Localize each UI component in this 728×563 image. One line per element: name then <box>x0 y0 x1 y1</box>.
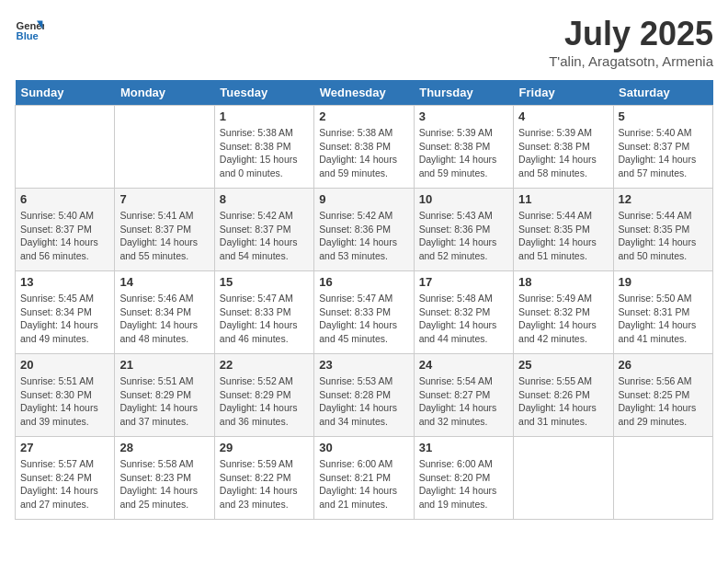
day-number: 17 <box>419 275 508 289</box>
day-info: Sunrise: 5:45 AMSunset: 8:34 PMDaylight:… <box>20 292 109 346</box>
day-number: 29 <box>220 441 309 454</box>
calendar-cell: 1Sunrise: 5:38 AMSunset: 8:38 PMDaylight… <box>214 106 313 189</box>
day-number: 28 <box>119 441 209 454</box>
calendar-cell: 28Sunrise: 5:58 AMSunset: 8:23 PMDayligh… <box>115 437 214 520</box>
day-info: Sunrise: 5:38 AMSunset: 8:38 PMDaylight:… <box>220 126 309 180</box>
day-number: 3 <box>419 109 508 123</box>
day-number: 31 <box>419 441 508 454</box>
day-number: 4 <box>518 109 608 123</box>
day-info: Sunrise: 5:53 AMSunset: 8:28 PMDaylight:… <box>319 374 408 429</box>
calendar-cell: 6Sunrise: 5:40 AMSunset: 8:37 PMDaylight… <box>16 189 115 271</box>
calendar-cell: 26Sunrise: 5:56 AMSunset: 8:25 PMDayligh… <box>613 354 712 437</box>
calendar-cell: 17Sunrise: 5:48 AMSunset: 8:32 PMDayligh… <box>414 271 513 354</box>
day-number: 7 <box>119 192 209 206</box>
day-number: 12 <box>619 192 708 206</box>
day-number: 24 <box>419 358 508 372</box>
calendar-cell: 15Sunrise: 5:47 AMSunset: 8:33 PMDayligh… <box>214 271 313 354</box>
calendar-cell: 12Sunrise: 5:44 AMSunset: 8:35 PMDayligh… <box>613 189 712 271</box>
day-number: 9 <box>319 192 408 206</box>
calendar-cell: 20Sunrise: 5:51 AMSunset: 8:30 PMDayligh… <box>16 354 115 437</box>
day-number: 19 <box>619 275 708 289</box>
day-number: 2 <box>319 109 408 123</box>
day-info: Sunrise: 5:58 AMSunset: 8:23 PMDaylight:… <box>119 457 209 511</box>
day-info: Sunrise: 5:50 AMSunset: 8:31 PMDaylight:… <box>619 292 708 346</box>
day-info: Sunrise: 5:54 AMSunset: 8:27 PMDaylight:… <box>419 374 508 429</box>
day-info: Sunrise: 6:00 AMSunset: 8:21 PMDaylight:… <box>319 457 408 511</box>
weekday-header: Sunday <box>16 80 115 106</box>
calendar-cell: 16Sunrise: 5:47 AMSunset: 8:33 PMDayligh… <box>314 271 414 354</box>
weekday-header: Monday <box>115 80 214 106</box>
day-info: Sunrise: 5:42 AMSunset: 8:37 PMDaylight:… <box>220 209 309 263</box>
calendar-cell: 22Sunrise: 5:52 AMSunset: 8:29 PMDayligh… <box>214 354 313 437</box>
calendar-cell <box>16 106 115 189</box>
weekday-header-row: SundayMondayTuesdayWednesdayThursdayFrid… <box>16 80 713 106</box>
day-info: Sunrise: 5:44 AMSunset: 8:35 PMDaylight:… <box>518 209 608 263</box>
weekday-header: Saturday <box>613 80 712 106</box>
day-info: Sunrise: 5:52 AMSunset: 8:29 PMDaylight:… <box>220 374 309 429</box>
calendar-cell: 25Sunrise: 5:55 AMSunset: 8:26 PMDayligh… <box>514 354 613 437</box>
day-number: 11 <box>518 192 608 206</box>
calendar-cell: 9Sunrise: 5:42 AMSunset: 8:36 PMDaylight… <box>314 189 414 271</box>
day-info: Sunrise: 6:00 AMSunset: 8:20 PMDaylight:… <box>419 457 508 511</box>
day-info: Sunrise: 5:47 AMSunset: 8:33 PMDaylight:… <box>319 292 408 346</box>
day-number: 22 <box>220 358 309 372</box>
calendar-cell: 31Sunrise: 6:00 AMSunset: 8:20 PMDayligh… <box>414 437 513 520</box>
weekday-header: Wednesday <box>314 80 414 106</box>
day-info: Sunrise: 5:38 AMSunset: 8:38 PMDaylight:… <box>319 126 408 180</box>
calendar-cell: 2Sunrise: 5:38 AMSunset: 8:38 PMDaylight… <box>314 106 414 189</box>
calendar-week-row: 20Sunrise: 5:51 AMSunset: 8:30 PMDayligh… <box>16 354 713 437</box>
calendar-cell: 27Sunrise: 5:57 AMSunset: 8:24 PMDayligh… <box>16 437 115 520</box>
day-number: 27 <box>20 441 109 454</box>
day-number: 5 <box>619 109 708 123</box>
day-number: 10 <box>419 192 508 206</box>
calendar-cell: 21Sunrise: 5:51 AMSunset: 8:29 PMDayligh… <box>115 354 214 437</box>
calendar-cell: 4Sunrise: 5:39 AMSunset: 8:38 PMDaylight… <box>514 106 613 189</box>
day-number: 14 <box>119 275 209 289</box>
calendar-week-row: 13Sunrise: 5:45 AMSunset: 8:34 PMDayligh… <box>16 271 713 354</box>
day-info: Sunrise: 5:55 AMSunset: 8:26 PMDaylight:… <box>518 374 608 429</box>
calendar-cell <box>514 437 613 520</box>
day-info: Sunrise: 5:47 AMSunset: 8:33 PMDaylight:… <box>220 292 309 346</box>
calendar-cell: 13Sunrise: 5:45 AMSunset: 8:34 PMDayligh… <box>16 271 115 354</box>
calendar-cell: 24Sunrise: 5:54 AMSunset: 8:27 PMDayligh… <box>414 354 513 437</box>
day-info: Sunrise: 5:43 AMSunset: 8:36 PMDaylight:… <box>419 209 508 263</box>
day-info: Sunrise: 5:39 AMSunset: 8:38 PMDaylight:… <box>419 126 508 180</box>
day-info: Sunrise: 5:49 AMSunset: 8:32 PMDaylight:… <box>518 292 608 346</box>
calendar-week-row: 6Sunrise: 5:40 AMSunset: 8:37 PMDaylight… <box>16 189 713 271</box>
calendar-cell <box>115 106 214 189</box>
calendar-cell: 19Sunrise: 5:50 AMSunset: 8:31 PMDayligh… <box>613 271 712 354</box>
calendar-week-row: 27Sunrise: 5:57 AMSunset: 8:24 PMDayligh… <box>16 437 713 520</box>
day-number: 30 <box>319 441 408 454</box>
calendar-cell: 14Sunrise: 5:46 AMSunset: 8:34 PMDayligh… <box>115 271 214 354</box>
day-number: 23 <box>319 358 408 372</box>
day-number: 1 <box>220 109 309 123</box>
logo: General Blue <box>15 15 44 44</box>
day-info: Sunrise: 5:56 AMSunset: 8:25 PMDaylight:… <box>619 374 708 429</box>
day-info: Sunrise: 5:40 AMSunset: 8:37 PMDaylight:… <box>619 126 708 180</box>
calendar-cell: 29Sunrise: 5:59 AMSunset: 8:22 PMDayligh… <box>214 437 313 520</box>
calendar-cell: 7Sunrise: 5:41 AMSunset: 8:37 PMDaylight… <box>115 189 214 271</box>
weekday-header: Friday <box>514 80 613 106</box>
calendar-cell: 8Sunrise: 5:42 AMSunset: 8:37 PMDaylight… <box>214 189 313 271</box>
calendar-cell: 30Sunrise: 6:00 AMSunset: 8:21 PMDayligh… <box>314 437 414 520</box>
page-header: General Blue July 2025 T'alin, Aragatsot… <box>15 15 713 69</box>
day-info: Sunrise: 5:48 AMSunset: 8:32 PMDaylight:… <box>419 292 508 346</box>
day-number: 21 <box>119 358 209 372</box>
day-info: Sunrise: 5:41 AMSunset: 8:37 PMDaylight:… <box>119 209 209 263</box>
day-number: 13 <box>20 275 109 289</box>
calendar-week-row: 1Sunrise: 5:38 AMSunset: 8:38 PMDaylight… <box>16 106 713 189</box>
day-info: Sunrise: 5:39 AMSunset: 8:38 PMDaylight:… <box>518 126 608 180</box>
calendar-cell: 23Sunrise: 5:53 AMSunset: 8:28 PMDayligh… <box>314 354 414 437</box>
calendar-cell: 10Sunrise: 5:43 AMSunset: 8:36 PMDayligh… <box>414 189 513 271</box>
day-info: Sunrise: 5:59 AMSunset: 8:22 PMDaylight:… <box>220 457 309 511</box>
day-number: 25 <box>518 358 608 372</box>
day-number: 20 <box>20 358 109 372</box>
calendar-cell: 3Sunrise: 5:39 AMSunset: 8:38 PMDaylight… <box>414 106 513 189</box>
day-info: Sunrise: 5:46 AMSunset: 8:34 PMDaylight:… <box>119 292 209 346</box>
calendar-cell <box>613 437 712 520</box>
day-info: Sunrise: 5:51 AMSunset: 8:30 PMDaylight:… <box>20 374 109 429</box>
weekday-header: Tuesday <box>214 80 313 106</box>
calendar-cell: 5Sunrise: 5:40 AMSunset: 8:37 PMDaylight… <box>613 106 712 189</box>
calendar-table: SundayMondayTuesdayWednesdayThursdayFrid… <box>15 80 713 520</box>
day-info: Sunrise: 5:40 AMSunset: 8:37 PMDaylight:… <box>20 209 109 263</box>
